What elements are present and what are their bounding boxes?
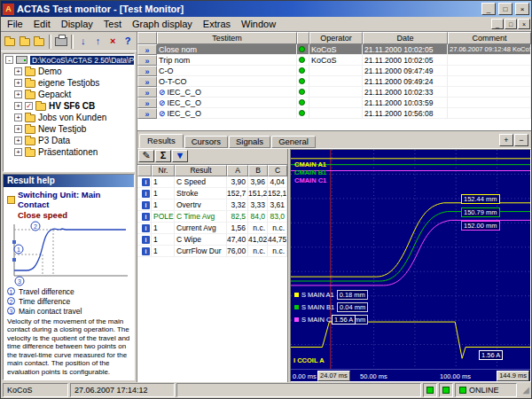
tree-item[interactable]: +Gepackt <box>4 89 134 100</box>
expander-icon[interactable]: + <box>14 79 22 87</box>
pack-button[interactable] <box>33 34 47 50</box>
result-row[interactable]: i1C Wipe47,4041,0244,75 <box>137 234 287 246</box>
testitem-row[interactable]: »⊘IEC_C_O21.11.2000 10:56:08 <box>137 108 531 119</box>
result-row[interactable]: i1CurrFlow Dur76,00n.c.n.c. <box>137 246 287 257</box>
minimize-button[interactable]: _ <box>481 3 496 15</box>
trace-color-swatch <box>294 317 299 322</box>
tree-item[interactable]: +P3 Data <box>4 135 134 146</box>
tree-root[interactable]: - D:\KoCoS\ACTAS 2.50\Data\Plants\ <box>4 54 134 66</box>
testitem-date: 21.11.2000 10:03:59 <box>363 98 448 108</box>
testitem-row[interactable]: »⊘IEC_C_O21.11.2000 10:02:33 <box>137 87 531 98</box>
testitem-row[interactable]: »Close nomKoCoS21.11.2000 10:02:0527.06.… <box>137 44 531 55</box>
value-tag-smain-a1: 0.18 mm <box>337 290 368 300</box>
expander-icon[interactable]: + <box>14 137 22 145</box>
resize-grip[interactable]: ◢ <box>519 383 529 397</box>
menu-graph-display[interactable]: Graph display <box>127 18 198 30</box>
tab-general[interactable]: General <box>271 136 316 148</box>
testitem-row[interactable]: »C-O21.11.2000 09:47:49 <box>137 66 531 76</box>
mdi-restore-button[interactable]: □ <box>505 19 517 29</box>
header-b[interactable]: B <box>248 165 268 176</box>
edit-button[interactable]: ✎ <box>138 150 154 162</box>
import-button[interactable]: ↓ <box>76 34 90 50</box>
expander-icon[interactable]: + <box>14 148 22 156</box>
expander-icon[interactable]: + <box>14 125 22 133</box>
header-testitem[interactable]: Testitem <box>157 32 297 44</box>
maximize-button[interactable]: □ <box>498 3 512 15</box>
print-button[interactable] <box>54 34 68 50</box>
trace-label-cmain-c1[interactable]: CMAIN C1 <box>294 176 326 184</box>
cursor-readout[interactable]: 24.07 ms <box>317 371 350 381</box>
trace-row-smain-b1[interactable]: S MAIN B1 0.04 mm <box>294 302 368 312</box>
testitem-row[interactable]: »O-T-CO21.11.2000 09:49:24 <box>137 76 531 87</box>
time-axis: 0.00 ms 24.07 ms 50.00 ms 100.00 ms 144.… <box>291 369 530 381</box>
expander-icon[interactable]: + <box>14 90 22 98</box>
open-plant-button[interactable] <box>18 34 32 50</box>
header-date[interactable]: Date <box>363 32 448 44</box>
export-icon: ↑ <box>96 36 101 46</box>
header-a[interactable]: A <box>227 165 248 176</box>
tree-item[interactable]: +Präsentationen <box>4 146 134 158</box>
legend-number-icon: 3 <box>7 307 15 315</box>
trace-label-ccoil[interactable]: I CCOIL A <box>293 356 325 364</box>
mdi-minimize-button[interactable]: _ <box>491 19 504 29</box>
info-icon[interactable]: i <box>142 201 150 209</box>
testitem-row[interactable]: »⊘IEC_C_O21.11.2000 10:03:59 <box>137 98 531 108</box>
filter-button[interactable]: ▼ <box>172 150 188 162</box>
result-row[interactable]: i1Overtrv3,323,333,61 <box>137 200 287 211</box>
testitem-row[interactable]: »Trip nomKoCoS21.11.2000 10:02:05 <box>137 55 531 66</box>
close-button[interactable]: × <box>515 3 529 15</box>
menu-display[interactable]: Display <box>56 18 98 30</box>
tree-item[interactable]: +eigene Testjobs <box>4 77 134 89</box>
info-icon[interactable]: i <box>142 236 150 244</box>
new-plant-button[interactable] <box>3 34 17 50</box>
graph-panel[interactable]: CMAIN A1 CMAIN B1 CMAIN C1 152.44 mm 150… <box>290 149 531 382</box>
tab-cursors[interactable]: Cursors <box>184 136 228 148</box>
trace-label-cmain-b1[interactable]: CMAIN B1 <box>294 168 326 176</box>
tree-item[interactable]: +Jobs von Kunden <box>4 112 134 123</box>
result-row[interactable]: iPOLEC Time Avg82,584,083,0 <box>137 211 287 223</box>
export-button[interactable]: ↑ <box>91 34 106 50</box>
menu-file[interactable]: File <box>2 18 28 30</box>
trace-row-smain-a1[interactable]: S MAIN A1 0.18 mm <box>294 290 368 300</box>
info-icon[interactable]: i <box>142 224 150 232</box>
result-row[interactable]: i1C Speed3,903,964,04 <box>137 176 287 188</box>
expander-icon[interactable]: + <box>14 113 22 121</box>
tree-item[interactable]: +Demo <box>4 66 134 77</box>
header-operator[interactable]: Operator <box>309 32 363 44</box>
graph-plot[interactable] <box>291 150 530 369</box>
end-time-readout[interactable]: 144.9 ms <box>497 371 529 381</box>
header-c[interactable]: C <box>268 165 287 176</box>
menu-edit[interactable]: Edit <box>28 18 56 30</box>
result-row[interactable]: i1Stroke152,7151,2152,1 <box>137 188 287 200</box>
menu-window[interactable]: Window <box>236 18 281 30</box>
menu-extras[interactable]: Extras <box>198 18 236 30</box>
result-row[interactable]: i1Current Avg1,56n.c.n.c. <box>137 223 287 234</box>
tree-root-label: D:\KoCoS\ACTAS 2.50\Data\Plants\ <box>30 56 135 65</box>
zoom-out-button[interactable]: − <box>514 134 528 146</box>
info-icon[interactable]: i <box>142 190 150 198</box>
expander-icon[interactable]: + <box>14 102 22 110</box>
trace-label-cmain-a1[interactable]: CMAIN A1 <box>294 160 326 168</box>
collapse-icon[interactable]: - <box>5 56 13 64</box>
mdi-close-button[interactable]: × <box>518 19 530 29</box>
tab-signals[interactable]: Signals <box>229 136 270 148</box>
menu-test[interactable]: Test <box>98 18 127 30</box>
info-icon[interactable]: i <box>142 178 150 186</box>
check-icon[interactable]: ✓ <box>25 102 33 110</box>
tree-item[interactable]: +✓HV SF6 CB <box>4 100 134 112</box>
header-icon-column[interactable] <box>137 32 157 44</box>
header-nr[interactable]: Nr. <box>152 165 175 176</box>
status-ok-icon <box>299 99 305 106</box>
delete-button[interactable]: × <box>106 34 120 50</box>
header-status-column[interactable] <box>297 32 309 44</box>
header-comment[interactable]: Comment <box>448 32 531 44</box>
zoom-in-button[interactable]: + <box>499 134 513 146</box>
help-button[interactable]: ? <box>121 34 135 50</box>
statistics-button[interactable]: Σ <box>155 150 171 162</box>
info-icon[interactable]: i <box>142 213 150 221</box>
info-icon[interactable]: i <box>142 247 150 255</box>
tree-item[interactable]: +New Testjob <box>4 123 134 135</box>
tab-results[interactable]: Results <box>139 134 184 148</box>
header-result[interactable]: Result <box>175 165 227 176</box>
expander-icon[interactable]: + <box>14 67 22 75</box>
